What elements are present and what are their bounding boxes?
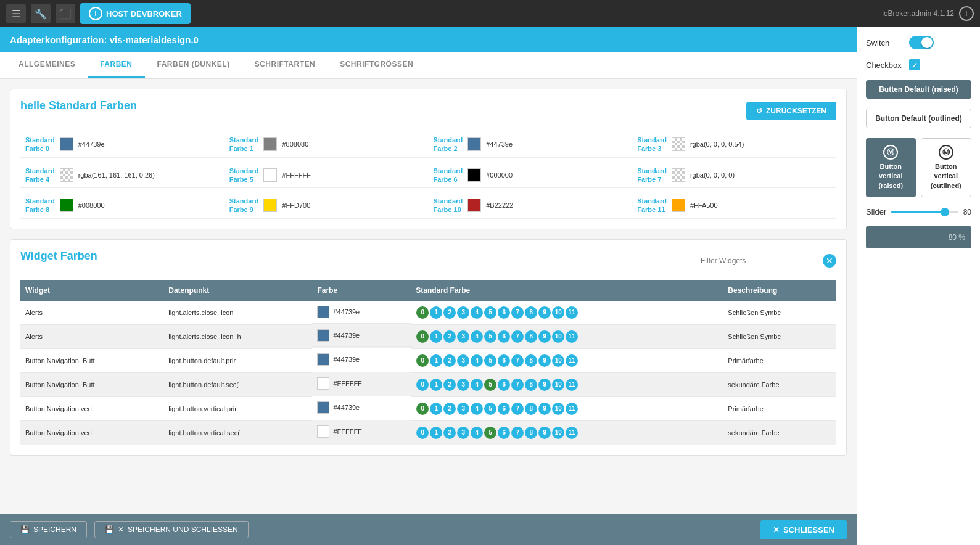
cell-farbe[interactable]: #FFFFFF (312, 420, 411, 443)
tab-farben[interactable]: FARBEN (88, 52, 144, 78)
badge-5[interactable]: 5 (484, 427, 496, 439)
badge-8[interactable]: 8 (525, 403, 537, 415)
color-item-10[interactable]: StandardFarbe 10 #B22222 (429, 193, 633, 219)
cell-standard-farbe[interactable]: 01234567891011 (411, 372, 723, 396)
color-item-5[interactable]: StandardFarbe 5 #FFFFFF (224, 163, 429, 189)
badge-6[interactable]: 6 (498, 306, 510, 319)
color-swatch-1[interactable] (263, 137, 277, 151)
reset-button[interactable]: ↺ ZURÜCKSETZEN (746, 102, 836, 120)
badge-1[interactable]: 1 (430, 379, 442, 391)
color-item-6[interactable]: StandardFarbe 6 #000000 (429, 163, 633, 189)
badge-9[interactable]: 9 (538, 330, 551, 343)
badge-10[interactable]: 10 (552, 306, 564, 319)
badge-10[interactable]: 10 (552, 379, 564, 391)
badge-10[interactable]: 10 (552, 427, 564, 439)
badge-2[interactable]: 2 (443, 403, 456, 415)
color-item-3[interactable]: StandardFarbe 3 rgba(0, 0, 0, 0.54) (632, 132, 836, 158)
badge-10[interactable]: 10 (552, 330, 564, 343)
badge-4[interactable]: 4 (471, 306, 483, 319)
badge-5[interactable]: 5 (484, 306, 496, 319)
cell-standard-farbe[interactable]: 01234567891011 (411, 420, 723, 445)
cell-standard-farbe[interactable]: 01234567891011 (411, 324, 723, 348)
badge-1[interactable]: 1 (430, 354, 442, 367)
badge-4[interactable]: 4 (471, 403, 483, 415)
slider-thumb[interactable] (941, 208, 949, 216)
tab-schriftgroessen[interactable]: SCHRIFTGRÖSSEN (327, 52, 426, 78)
badge-6[interactable]: 6 (498, 403, 510, 415)
badge-5[interactable]: 5 (484, 403, 496, 415)
badge-5[interactable]: 5 (484, 330, 496, 343)
badge-7[interactable]: 7 (511, 427, 524, 439)
badge-8[interactable]: 8 (525, 330, 537, 343)
badge-10[interactable]: 10 (552, 354, 564, 367)
btn-vert-raised[interactable]: Ⓜ Button vertical (raised) (866, 138, 916, 197)
toggle-switch[interactable] (909, 36, 934, 49)
color-item-2[interactable]: StandardFarbe 2 #44739e (429, 132, 633, 158)
badge-9[interactable]: 9 (538, 306, 551, 319)
menu-icon[interactable]: ☰ (6, 4, 26, 23)
badge-4[interactable]: 4 (471, 354, 483, 367)
save-close-button[interactable]: 💾 ✕ SPEICHERN UND SCHLIESSEN (94, 521, 249, 538)
color-swatch-0[interactable] (60, 137, 73, 151)
btn-default-raised[interactable]: Butten Default (raised) (866, 80, 971, 99)
cell-farbe[interactable]: #44739e (312, 301, 411, 324)
content-area[interactable]: helle Standard Farben ↺ ZURÜCKSETZEN Sta… (0, 79, 857, 514)
checkbox-input[interactable]: ✓ (909, 59, 920, 70)
cell-standard-farbe[interactable]: 01234567891011 (411, 396, 723, 420)
badge-6[interactable]: 6 (498, 330, 510, 343)
badge-1[interactable]: 1 (430, 427, 442, 439)
badge-5[interactable]: 5 (484, 379, 496, 391)
badge-7[interactable]: 7 (511, 379, 524, 391)
badge-8[interactable]: 8 (525, 354, 537, 367)
badge-0[interactable]: 0 (416, 330, 429, 343)
cell-standard-farbe[interactable]: 01234567891011 (411, 301, 723, 325)
color-swatch-10[interactable] (467, 199, 481, 212)
logout-icon[interactable]: ⬛ (56, 4, 75, 23)
badge-11[interactable]: 11 (566, 330, 578, 343)
badge-7[interactable]: 7 (511, 354, 524, 367)
badge-3[interactable]: 3 (457, 330, 469, 343)
badge-7[interactable]: 7 (511, 306, 524, 319)
color-item-8[interactable]: StandardFarbe 8 #008000 (20, 193, 224, 219)
cell-farbe[interactable]: #44739e (312, 396, 411, 419)
cell-farbe[interactable]: #FFFFFF (312, 372, 411, 395)
tab-farben-dunkel[interactable]: FARBEN (DUNKEL) (145, 52, 242, 78)
badge-0[interactable]: 0 (416, 403, 429, 415)
badge-8[interactable]: 8 (525, 306, 537, 319)
badge-6[interactable]: 6 (498, 354, 510, 367)
badge-11[interactable]: 11 (566, 403, 578, 415)
btn-default-outlined[interactable]: Button Default (outlined) (866, 109, 971, 128)
color-item-9[interactable]: StandardFarbe 9 #FFD700 (224, 193, 429, 219)
color-item-4[interactable]: StandardFarbe 4 rgba(161, 161, 161, 0.26… (20, 163, 224, 189)
color-item-0[interactable]: StandardFarbe 0 #44739e (20, 132, 224, 158)
badge-11[interactable]: 11 (566, 427, 578, 439)
color-item-7[interactable]: StandardFarbe 7 rgba(0, 0, 0, 0) (632, 163, 836, 189)
filter-input[interactable] (696, 254, 819, 268)
close-button[interactable]: ✕ SCHLIESSEN (760, 520, 847, 539)
home-icon[interactable]: 🔧 (31, 4, 51, 23)
badge-2[interactable]: 2 (443, 427, 456, 439)
badge-0[interactable]: 0 (416, 306, 429, 319)
color-swatch-8[interactable] (60, 199, 73, 212)
badge-8[interactable]: 8 (525, 379, 537, 391)
badge-3[interactable]: 3 (457, 306, 469, 319)
badge-6[interactable]: 6 (498, 379, 510, 391)
slider-track[interactable] (891, 211, 958, 213)
badge-3[interactable]: 3 (457, 379, 469, 391)
color-item-1[interactable]: StandardFarbe 1 #808080 (224, 132, 429, 158)
badge-9[interactable]: 9 (538, 354, 551, 367)
color-item-11[interactable]: StandardFarbe 11 #FFA500 (632, 193, 836, 219)
badge-11[interactable]: 11 (566, 379, 578, 391)
badge-1[interactable]: 1 (430, 306, 442, 319)
color-swatch-7[interactable] (672, 168, 685, 182)
badge-11[interactable]: 11 (566, 354, 578, 367)
badge-10[interactable]: 10 (552, 403, 564, 415)
color-swatch-3[interactable] (672, 137, 685, 151)
badge-1[interactable]: 1 (430, 403, 442, 415)
color-swatch-11[interactable] (672, 199, 685, 212)
tab-allgemeines[interactable]: ALLGEMEINES (6, 52, 88, 78)
color-swatch-6[interactable] (467, 168, 481, 182)
badge-3[interactable]: 3 (457, 354, 469, 367)
color-swatch-2[interactable] (467, 137, 481, 151)
badge-2[interactable]: 2 (443, 330, 456, 343)
